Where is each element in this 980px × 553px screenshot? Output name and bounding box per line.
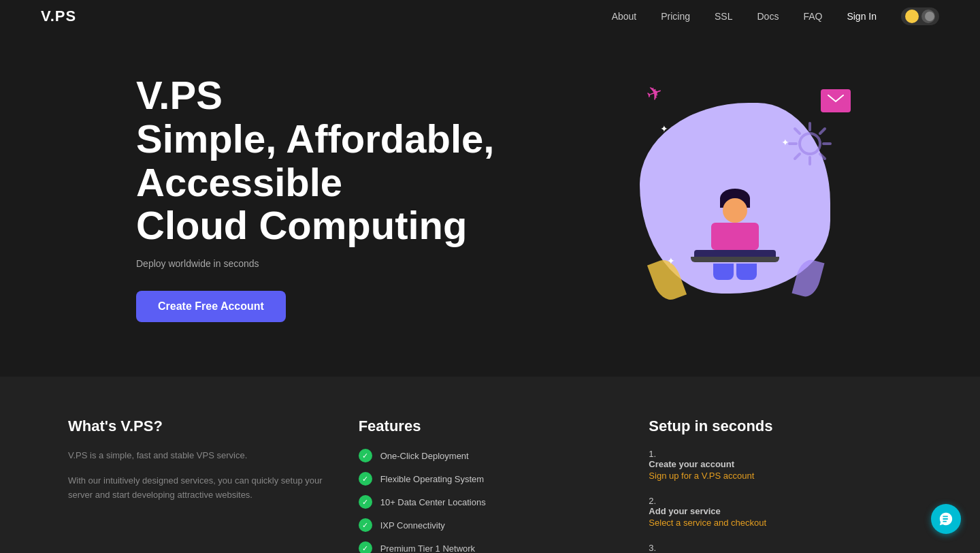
leaf-decoration-2 [791, 257, 824, 299]
person-leg-left [713, 264, 734, 280]
person-leg-right [736, 264, 757, 280]
star-1: ✦ [660, 123, 668, 134]
step-link-2[interactable]: Select a service and checkout [649, 518, 766, 528]
list-item: ✓ IXP Connectivity [359, 518, 622, 532]
list-item: ✓ 10+ Data Center Locations [359, 495, 622, 509]
list-item: 3. Start development Build your amazing … [649, 543, 912, 553]
paper-plane-icon: ✈ [643, 80, 666, 107]
create-account-button[interactable]: Create Free Account [136, 291, 286, 322]
step-title-1: Create your account [649, 459, 912, 469]
step-link-1[interactable]: Sign up for a V.PS account [649, 471, 754, 481]
features-section: What's V.PS? V.PS is a simple, fast and … [0, 377, 980, 553]
navbar: V.PS About Pricing SSL Docs FAQ Sign In [0, 0, 980, 33]
hero-section: V.PS Simple, Affordable, Accessible Clou… [0, 33, 980, 377]
nav-link-pricing[interactable]: Pricing [661, 11, 690, 22]
whats-vps-desc2: With our intuitively designed services, … [68, 474, 331, 503]
nav-logo[interactable]: V.PS [41, 7, 76, 25]
nav-link-docs[interactable]: Docs [757, 11, 779, 22]
sun-icon [905, 10, 919, 23]
nav-link-ssl[interactable]: SSL [715, 11, 732, 22]
theme-toggle[interactable] [901, 7, 939, 25]
hero-content: V.PS Simple, Affordable, Accessible Clou… [136, 74, 517, 322]
person-illustration [691, 189, 779, 280]
list-item: ✓ One-Click Deployment [359, 449, 622, 462]
list-item: 2. Add your service Select a service and… [649, 496, 912, 528]
hero-title-line3: Accessible [136, 160, 342, 204]
gear-svg [783, 116, 837, 171]
nav-link-about[interactable]: About [612, 11, 637, 22]
person-body [711, 223, 759, 250]
whats-vps-title: What's V.PS? [68, 417, 331, 435]
step-num-1: 1. [649, 449, 656, 459]
check-icon-5: ✓ [359, 541, 372, 553]
list-item: 1. Create your account Sign up for a V.P… [649, 449, 912, 481]
hero-subtitle: Deploy worldwide in seconds [136, 258, 517, 269]
check-icon-4: ✓ [359, 518, 372, 532]
chat-icon [938, 511, 953, 526]
hero-title-line2: Simple, Affordable, [136, 116, 494, 161]
email-svg [828, 95, 844, 107]
check-icon-3: ✓ [359, 495, 372, 509]
features-title: Features [359, 417, 622, 435]
star-3: ✦ [667, 255, 675, 266]
hero-title: V.PS Simple, Affordable, Accessible Clou… [136, 74, 517, 247]
illustration-blob: ✈ ✦ ✦ ✦ [640, 103, 830, 294]
whats-vps-col: What's V.PS? V.PS is a simple, fast and … [68, 417, 331, 553]
features-list: ✓ One-Click Deployment ✓ Flexible Operat… [359, 449, 622, 553]
email-icon [821, 89, 851, 112]
feature-label-3: 10+ Data Center Locations [380, 497, 486, 507]
person-face [723, 198, 747, 223]
feature-label-1: One-Click Deployment [380, 451, 469, 461]
nav-links: About Pricing SSL Docs FAQ Sign In [612, 7, 939, 25]
list-item: ✓ Premium Tier 1 Network [359, 541, 622, 553]
setup-title: Setup in seconds [649, 417, 912, 435]
step-num-3: 3. [649, 543, 656, 553]
check-icon-2: ✓ [359, 472, 372, 486]
gear-icon [783, 116, 837, 171]
setup-list: 1. Create your account Sign up for a V.P… [649, 449, 912, 553]
laptop-base [691, 257, 779, 262]
chat-widget[interactable] [931, 504, 961, 534]
nav-link-signin[interactable]: Sign In [847, 11, 877, 22]
features-col: Features ✓ One-Click Deployment ✓ Flexib… [359, 417, 622, 553]
hero-title-line1: V.PS [136, 73, 223, 117]
step-title-2: Add your service [649, 506, 912, 516]
list-item: ✓ Flexible Operating System [359, 472, 622, 486]
whats-vps-desc1: V.PS is a simple, fast and stable VPS se… [68, 449, 331, 463]
feature-label-4: IXP Connectivity [380, 520, 445, 531]
setup-col: Setup in seconds 1. Create your account … [649, 417, 912, 553]
hero-title-line4: Cloud Computing [136, 203, 467, 247]
nav-link-faq[interactable]: FAQ [803, 11, 822, 22]
feature-label-5: Premium Tier 1 Network [380, 543, 475, 553]
check-icon-1: ✓ [359, 449, 372, 462]
step-num-2: 2. [649, 496, 656, 506]
hero-illustration: ✈ ✦ ✦ ✦ [626, 103, 844, 294]
laptop-screen-top [694, 250, 776, 257]
feature-label-2: Flexible Operating System [380, 474, 484, 484]
moon-icon [921, 10, 935, 23]
